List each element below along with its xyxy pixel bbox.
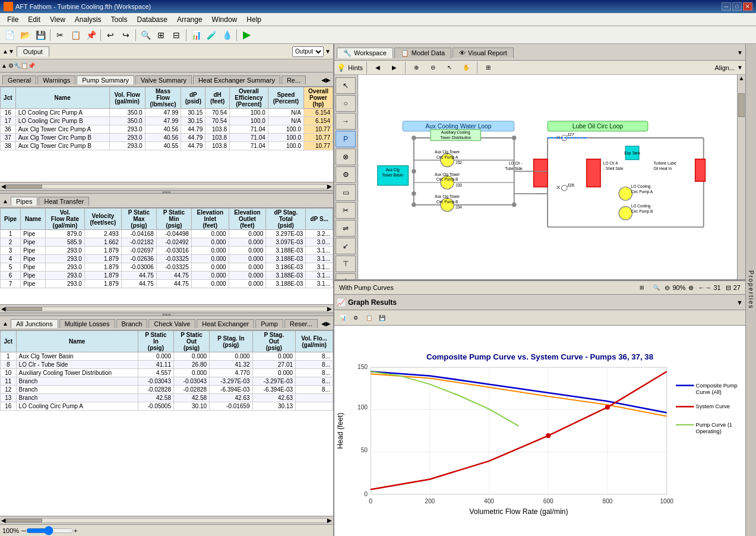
ws-back-btn[interactable]: ◀ (371, 61, 385, 75)
pump-table-row[interactable]: 38Aux Clg Tower Circ Pump B293.040.5544.… (1, 142, 333, 150)
tab-heat-transfer[interactable]: Heat Transfer (39, 197, 89, 206)
menu-file[interactable]: File (2, 14, 23, 25)
tool-select[interactable]: ↖ (336, 77, 356, 94)
tool-junction[interactable]: P (336, 131, 356, 147)
tab-pump[interactable]: Pump (255, 319, 283, 328)
pump-table-row[interactable]: 17LO Cooling Circ Pump B350.047.9930.157… (1, 117, 333, 125)
tab-warnings[interactable]: Warnings (37, 75, 75, 84)
tool-pipe[interactable]: → (336, 113, 356, 130)
tab-check-valve[interactable]: Check Valve (148, 319, 195, 328)
menu-window[interactable]: Window (207, 14, 242, 25)
tab-arrow-right[interactable]: ◀▶ (321, 77, 331, 83)
tool-connect[interactable]: ⇌ (336, 220, 356, 237)
jct-h-scroll-left[interactable]: ◀ (1, 517, 6, 524)
pipes-expand[interactable]: ▲ (2, 198, 8, 204)
cut-button[interactable]: ✂ (53, 28, 67, 42)
fluid-button[interactable]: 💧 (220, 28, 234, 42)
tab-valve-summary[interactable]: Valve Summary (135, 75, 192, 84)
workspace-v-scroll[interactable]: ▲ ▼ (737, 75, 745, 280)
pipes-h-scroll-left[interactable]: ◀ (1, 305, 6, 312)
material-button[interactable]: 🧪 (204, 28, 219, 42)
new-button[interactable]: 📄 (2, 28, 17, 42)
pipes-table-row[interactable]: 2Pipe585.91.662-0.02182-0.024920.0000.00… (1, 238, 333, 247)
ws-zoom-in[interactable]: ⊕ (409, 61, 423, 75)
scenario-button[interactable]: 📊 (189, 28, 203, 42)
jct-expand[interactable]: ▲ (2, 320, 8, 327)
zoom-minus[interactable]: ─ (21, 527, 26, 534)
output-tab[interactable]: Output (17, 46, 49, 56)
pump-table-row[interactable]: 37Aux Clg Tower Circ Pump B293.040.5644.… (1, 134, 333, 142)
pipes-h-scroll-track[interactable] (6, 307, 327, 311)
open-button[interactable]: 📂 (18, 28, 32, 42)
menu-database[interactable]: Database (132, 14, 172, 25)
jct-table-row[interactable]: 11Branch-0.03043-0.03043-3.297E-03-3.297… (1, 377, 333, 386)
ws-fwd-btn[interactable]: ▶ (387, 61, 401, 75)
v-scroll-thumb[interactable] (738, 93, 745, 117)
pipes-table-row[interactable]: 7Pipe293.01.87944.7544.750.0000.0003.188… (1, 280, 333, 288)
jct-table-row[interactable]: 8LO Clr - Tube Side41.1126.8041.3227.018… (1, 361, 333, 369)
jct-h-scroll-track[interactable] (6, 518, 327, 523)
graph-btn1[interactable]: 📊 (337, 312, 349, 324)
rtab-visual-report[interactable]: 👁 Visual Report (453, 48, 514, 58)
save-button[interactable]: 💾 (33, 28, 48, 42)
graph-btn3[interactable]: 📋 (363, 312, 375, 324)
h-scroll-thumb[interactable] (7, 185, 42, 188)
output-expand[interactable]: ▼ (325, 48, 331, 55)
tab-re[interactable]: Re... (281, 75, 306, 84)
tool-tee[interactable]: ⊤ (336, 256, 356, 272)
rtab-workspace[interactable]: 🔧 Workspace (337, 48, 393, 58)
grid-button[interactable]: ⊞ (154, 28, 168, 42)
rtab-model-data[interactable]: 📋 Model Data (394, 48, 451, 58)
tab-pump-summary[interactable]: Pump Summary (77, 75, 134, 84)
tab-general[interactable]: General (2, 75, 36, 84)
tool-scissors[interactable]: ✂ (336, 202, 356, 219)
close-button[interactable]: ✕ (743, 2, 752, 11)
ws-hand[interactable]: ✋ (459, 61, 473, 75)
pipes-table[interactable]: Pipe Name Vol.Flow Rate(gal/min) Velocit… (0, 208, 333, 304)
pipes-table-row[interactable]: 1Pipe879.02.493-0.04168-0.044980.0000.00… (1, 230, 333, 238)
output-dropdown[interactable]: Output (292, 46, 324, 57)
pump-table-row[interactable]: 16LO Cooling Circ Pump A350.047.9930.157… (1, 109, 333, 117)
graph-expand[interactable]: ▼ (736, 299, 743, 306)
diagram-canvas[interactable]: Aux Cooling Water Loop Lube Oil Circ Loo… (358, 75, 737, 280)
pump-table[interactable]: Jct Name Vol. Flow(gal/min) MassFlow(lbm… (0, 87, 333, 182)
graph-btn2[interactable]: ⚙ (350, 312, 362, 324)
tool-hx[interactable]: ⬡ (336, 273, 356, 280)
sub-panel-expand[interactable]: ▲ (1, 62, 7, 69)
pipes-table-row[interactable]: 5Pipe293.01.879-0.03006-0.033250.0000.00… (1, 263, 333, 272)
run-button[interactable]: ▶ (239, 28, 254, 42)
tool-circle[interactable]: ○ (336, 95, 356, 112)
jct-h-scroll[interactable]: ◀ ▶ (0, 516, 333, 524)
ws-zoom-out[interactable]: ⊖ (426, 61, 440, 75)
grid2-button[interactable]: ⊟ (169, 28, 184, 42)
jct-table-row[interactable]: 1Aux Clg Tower Basin0.0000.0000.0000.000… (1, 352, 333, 361)
redo-button[interactable]: ↪ (119, 28, 133, 42)
ws-align[interactable]: ⊞ (481, 61, 495, 75)
zoom-slider[interactable] (26, 527, 74, 534)
menu-edit[interactable]: Edit (23, 14, 45, 25)
tab-reser[interactable]: Reser... (284, 319, 318, 328)
wpc-btn1[interactable]: ⊞ (636, 282, 648, 294)
jct-table-row[interactable]: 10Auxiliary Cooling Tower Distribution4.… (1, 369, 333, 377)
pump-table-row[interactable]: 36Aux Clg Tower Circ Pump A293.040.5644.… (1, 125, 333, 134)
sub-panel-icons[interactable]: ⚙🔧📋📌 (8, 62, 35, 69)
menu-analysis[interactable]: Analysis (70, 14, 106, 25)
jct-table-row[interactable]: 16LO Cooling Circ Pump A-0.0500530.10-0.… (1, 402, 333, 411)
h-scroll-left[interactable]: ◀ (1, 183, 6, 190)
zoom-plus[interactable]: + (74, 527, 77, 534)
jct-table-row[interactable]: 13Branch42.5842.5842.6342.63 (1, 394, 333, 402)
undo-button[interactable]: ↩ (103, 28, 118, 42)
junctions-table[interactable]: Jct Name P StaticIn(psig) P StaticOut(ps… (0, 330, 333, 516)
tool-pump[interactable]: ⚙ (336, 166, 356, 183)
tool-bend[interactable]: ↙ (336, 238, 356, 254)
wpc-btn2[interactable]: 🔍 (650, 282, 662, 294)
ws-arrow-down[interactable]: ▼ (737, 64, 743, 71)
h-scroll-right[interactable]: ▶ (327, 183, 332, 190)
paste-button[interactable]: 📌 (84, 28, 98, 42)
ws-cursor[interactable]: ↖ (442, 61, 457, 75)
tab-hx-summary[interactable]: Heat Exchanger Summary (193, 75, 280, 84)
pipes-table-row[interactable]: 6Pipe293.01.87944.7544.750.0000.0003.188… (1, 272, 333, 280)
v-scroll-up[interactable]: ▲ (738, 75, 745, 81)
menu-tools[interactable]: Tools (106, 14, 132, 25)
pipes-table-row[interactable]: 4Pipe293.01.879-0.02636-0.033250.0000.00… (1, 255, 333, 263)
